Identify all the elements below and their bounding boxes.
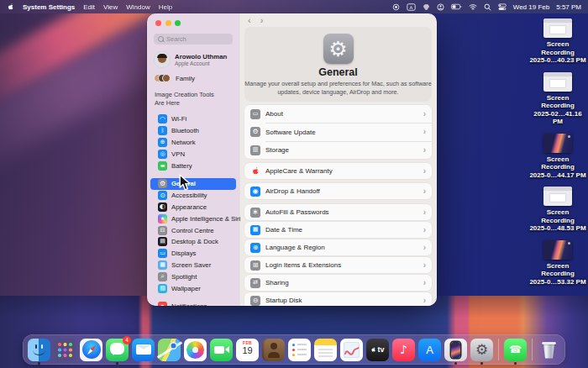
row-date-time[interactable]: Date & Time› bbox=[244, 222, 432, 238]
search-input[interactable]: Search bbox=[154, 34, 233, 45]
sidebar-item-wallpaper[interactable]: Wallpaper bbox=[150, 282, 236, 294]
user-icon[interactable] bbox=[437, 3, 444, 11]
sidebar-item-appearance[interactable]: Appearance bbox=[150, 202, 236, 213]
wifi-icon bbox=[158, 114, 167, 124]
row-applecare-warranty[interactable]: AppleCare & Warranty› bbox=[244, 163, 432, 179]
sidebar-item-desktop-dock[interactable]: Desktop & Dock bbox=[150, 236, 236, 248]
apple-menu-icon[interactable] bbox=[7, 3, 14, 11]
dock-whatsapp[interactable]: ☎ bbox=[504, 339, 527, 361]
settings-group-about: About› Software Update› Storage› bbox=[244, 105, 432, 159]
menubar-date[interactable]: Wed 19 Feb bbox=[513, 3, 549, 11]
sidebar-item-label: Wallpaper bbox=[171, 285, 201, 292]
dock-freeform[interactable] bbox=[340, 339, 363, 361]
page-description: Manage your overall setup and preference… bbox=[244, 80, 432, 96]
dock-mail[interactable] bbox=[132, 339, 155, 361]
desktop-file-screen-recording-1[interactable]: Screen Recording2025-0…40.23 PM bbox=[529, 18, 586, 65]
chevron-right-icon: › bbox=[423, 208, 426, 217]
account-name: Arowolo Uthman bbox=[175, 53, 227, 60]
close-button[interactable] bbox=[155, 20, 161, 26]
dock-notes[interactable] bbox=[314, 339, 337, 361]
traffic-lights bbox=[147, 13, 239, 26]
dock-iphone-mirroring[interactable] bbox=[444, 339, 467, 361]
desktop-file-screen-recording-4[interactable]: Screen Recording2025-0…48.53 PM bbox=[529, 187, 586, 233]
row-language-region[interactable]: Language & Region› bbox=[244, 239, 432, 255]
row-software-update[interactable]: Software Update› bbox=[244, 124, 432, 141]
search-icon[interactable] bbox=[484, 3, 491, 11]
sidebar-item-network[interactable]: Network bbox=[150, 137, 236, 149]
wallpaper-icon bbox=[158, 284, 167, 293]
input-source-icon[interactable]: A bbox=[407, 3, 416, 11]
back-chevron-icon[interactable]: ‹ bbox=[248, 16, 251, 25]
row-login-items-extensions[interactable]: Login Items & Extensions› bbox=[244, 257, 432, 273]
dock-messages[interactable]: 4 bbox=[106, 339, 129, 361]
sidebar-item-notifications[interactable]: Notifications bbox=[150, 301, 236, 306]
file-label-line2: 2025-02…41.16 PM bbox=[529, 110, 586, 126]
dock-calendar[interactable]: FEB19 bbox=[236, 339, 259, 361]
dock-safari[interactable] bbox=[80, 339, 102, 361]
sidebar-item-general[interactable]: General bbox=[150, 178, 236, 190]
menu-window[interactable]: Window bbox=[126, 3, 150, 11]
apple-account-row[interactable]: Arowolo Uthman Apple Account bbox=[154, 51, 234, 68]
sidebar-item-bluetooth[interactable]: Bluetooth bbox=[150, 125, 236, 137]
siri-icon bbox=[158, 214, 167, 223]
sidebar-item-displays[interactable]: Displays bbox=[150, 248, 236, 260]
startup-disk-icon bbox=[250, 296, 260, 306]
sidebar-item-accessibility[interactable]: Accessibility bbox=[150, 190, 236, 202]
row-airdrop-handoff[interactable]: AirDrop & Handoff› bbox=[244, 183, 432, 199]
row-startup-disk[interactable]: Startup Disk› bbox=[244, 292, 432, 306]
sidebar-item-label: Notifications bbox=[171, 302, 207, 306]
row-about[interactable]: About› bbox=[244, 105, 432, 123]
settings-group-date-time: Date & Time› bbox=[244, 222, 432, 238]
control-center-icon[interactable] bbox=[498, 3, 507, 11]
forward-chevron-icon[interactable]: › bbox=[260, 16, 264, 25]
row-autofill-passwords[interactable]: AutoFill & Passwords› bbox=[244, 204, 432, 220]
wifi-icon[interactable] bbox=[469, 3, 477, 10]
svg-text:A: A bbox=[409, 4, 412, 9]
airdrop-icon bbox=[250, 187, 260, 197]
menubar-clock[interactable]: 5:57 PM bbox=[556, 3, 581, 11]
sidebar-item-battery[interactable]: Battery bbox=[150, 160, 236, 171]
sidebar-item-label: Battery bbox=[171, 162, 192, 170]
screen-recording-indicator-icon[interactable] bbox=[392, 3, 400, 11]
dock-launchpad[interactable] bbox=[54, 339, 76, 361]
family-row[interactable]: Family bbox=[154, 74, 234, 83]
running-indicator bbox=[514, 362, 516, 364]
desktop-file-screen-recording-5[interactable]: Screen Recording2025-0…53.32 PM bbox=[529, 240, 586, 287]
sidebar-list: Wi-Fi Bluetooth Network VPN Battery Gene… bbox=[147, 113, 239, 306]
dock-contacts[interactable] bbox=[262, 339, 285, 361]
dock-photos[interactable] bbox=[184, 339, 207, 361]
sidebar-item-spotlight[interactable]: Spotlight bbox=[150, 271, 236, 282]
battery-icon[interactable] bbox=[451, 3, 462, 10]
chevron-right-icon: › bbox=[423, 279, 426, 287]
sidebar-item-screen-saver[interactable]: Screen Saver bbox=[150, 260, 236, 271]
dock-facetime[interactable] bbox=[210, 339, 233, 361]
menu-help[interactable]: Help bbox=[159, 3, 172, 11]
dock-apple-tv[interactable]: tv bbox=[366, 339, 389, 361]
file-thumbnail bbox=[543, 187, 572, 206]
row-storage[interactable]: Storage› bbox=[244, 141, 432, 159]
sidebar-item-wifi[interactable]: Wi-Fi bbox=[150, 113, 236, 125]
desktop-file-screen-recording-3[interactable]: Screen Recording2025-0…44.17 PM bbox=[529, 134, 586, 180]
spotlight-icon bbox=[158, 272, 167, 281]
general-header-card: ⚙ General Manage your overall setup and … bbox=[244, 27, 432, 102]
dock-system-settings[interactable]: ⚙ bbox=[470, 339, 493, 361]
dock-music[interactable]: ♪ bbox=[392, 339, 415, 361]
dock-finder[interactable] bbox=[28, 339, 50, 361]
sidebar-item-apple-intelligence-siri[interactable]: Apple Intelligence & Siri bbox=[150, 213, 236, 224]
launcher-icon[interactable] bbox=[423, 3, 430, 11]
menu-view[interactable]: View bbox=[103, 3, 118, 11]
sidebar-item-control-centre[interactable]: Control Centre bbox=[150, 224, 236, 236]
menu-edit[interactable]: Edit bbox=[83, 3, 95, 11]
dock-reminders[interactable] bbox=[288, 339, 311, 361]
row-sharing[interactable]: Sharing› bbox=[244, 275, 432, 291]
dock-maps[interactable] bbox=[158, 339, 181, 361]
minimize-button[interactable] bbox=[165, 20, 171, 26]
desktop-file-screen-recording-2[interactable]: Screen Recording2025-02…41.16 PM bbox=[529, 72, 586, 126]
dock-app-store[interactable]: A bbox=[418, 339, 441, 361]
sidebar-item-label: Accessibility bbox=[171, 192, 207, 199]
sidebar-item-vpn[interactable]: VPN bbox=[150, 148, 236, 160]
sidebar-item-label: General bbox=[171, 180, 196, 187]
zoom-button[interactable] bbox=[175, 20, 181, 26]
menubar-app-name[interactable]: System Settings bbox=[23, 3, 75, 11]
dock-trash[interactable] bbox=[538, 339, 560, 361]
